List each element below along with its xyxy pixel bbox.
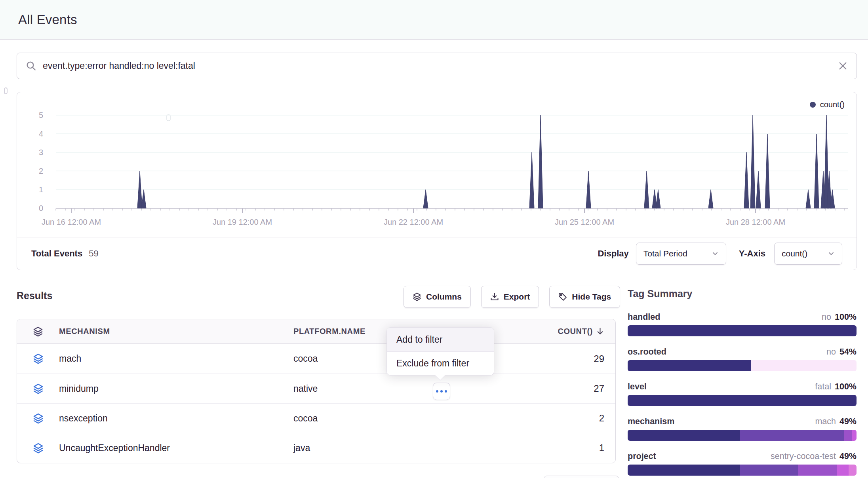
legend-dot-icon	[810, 102, 816, 108]
cell-mechanism[interactable]: mach	[59, 353, 293, 364]
tag-summary-row: handled no100%	[628, 312, 857, 336]
tag-bar-segment	[751, 360, 857, 371]
search-input[interactable]: event.type:error handled:no level:fatal	[17, 53, 857, 79]
sidebar-collapse-handle[interactable]	[4, 87, 8, 94]
total-events-label: Total Events	[31, 248, 82, 259]
column-header-mechanism[interactable]: MECHANISM	[59, 327, 293, 336]
tag-distribution-bar	[628, 430, 857, 441]
cell-action-menu: Add to filter Exclude from filter	[386, 327, 494, 376]
count-spike	[529, 152, 534, 208]
chart-legend[interactable]: count()	[810, 100, 845, 109]
cell-mechanism[interactable]: minidump	[59, 383, 293, 394]
tag-top-value: fatal	[815, 382, 831, 391]
chevron-down-icon	[712, 250, 719, 257]
yaxis-select-value: count()	[782, 249, 807, 258]
clear-search-icon[interactable]	[838, 61, 848, 71]
total-events-value: 59	[89, 248, 98, 259]
x-axis-tick-label: Jun 22 12:00 AM	[384, 218, 443, 226]
sort-desc-arrow-icon	[596, 327, 604, 336]
tag-bar-segment	[798, 465, 837, 476]
search-query-text[interactable]: event.type:error handled:no level:fatal	[43, 61, 832, 71]
table-row[interactable]: minidump native 27	[17, 374, 615, 403]
discover-all-events-page: All Events event.type:error handled:no l…	[0, 0, 868, 478]
tag-distribution-bar	[628, 325, 857, 336]
tag-top-percent: 49%	[839, 417, 857, 426]
table-header-row: MECHANISM PLATFORM.NAME COUNT()	[17, 319, 615, 344]
tag-summary-row: mechanism mach49%	[628, 416, 857, 441]
tag-bar-segment	[852, 430, 857, 441]
tag-top-percent: 49%	[839, 451, 857, 461]
columns-button[interactable]: Columns	[404, 286, 471, 308]
results-actions: Columns Export Hide Tags	[404, 286, 620, 308]
cell-mechanism[interactable]: nsexception	[59, 413, 293, 424]
table-row[interactable]: mach cocoa 29	[17, 344, 615, 374]
count-spike	[806, 190, 811, 208]
cell-mechanism[interactable]: UncaughtExceptionHandler	[59, 443, 293, 453]
results-heading: Results	[17, 290, 52, 302]
ellipsis-icon	[436, 390, 438, 393]
stack-events-icon[interactable]	[17, 443, 59, 453]
tag-name[interactable]: level	[628, 381, 647, 392]
tag-distribution-bar	[628, 395, 857, 406]
yaxis-select[interactable]: count()	[774, 243, 842, 265]
tag-bar-segment	[849, 465, 857, 476]
cell-count[interactable]: 2	[497, 413, 615, 424]
tag-bar-segment	[844, 430, 852, 441]
cell-platform[interactable]: cocoa	[293, 413, 497, 424]
tag-summary-heading: Tag Summary	[628, 287, 857, 300]
tag-name[interactable]: os.rooted	[628, 347, 666, 357]
x-axis-tick-label: Jun 28 12:00 AM	[726, 218, 785, 226]
tag-name[interactable]: project	[628, 451, 656, 461]
tag-bar-segment	[628, 325, 857, 336]
tag-top-percent: 100%	[835, 312, 857, 322]
tag-name[interactable]: mechanism	[628, 416, 674, 427]
cell-platform[interactable]: java	[293, 443, 497, 453]
columns-button-label: Columns	[426, 292, 462, 302]
tag-icon	[558, 292, 567, 301]
tag-bar-segment	[837, 465, 849, 476]
tag-bar-segment	[628, 430, 740, 441]
export-button[interactable]: Export	[481, 286, 539, 308]
column-header-count[interactable]: COUNT()	[497, 327, 615, 336]
cell-platform[interactable]: native	[293, 383, 497, 394]
count-header-label: COUNT()	[558, 327, 593, 336]
events-spike-chart: 012345Jun 16 12:00 AMJun 19 12:00 AMJun …	[17, 92, 857, 237]
tag-top-value: no	[822, 312, 831, 322]
export-button-label: Export	[504, 292, 530, 302]
tag-top-percent: 54%	[839, 347, 857, 357]
count-spike	[750, 115, 755, 208]
tag-distribution-bar	[628, 360, 857, 371]
tag-name[interactable]: handled	[628, 312, 660, 322]
hide-tags-button[interactable]: Hide Tags	[549, 286, 620, 308]
tag-bar-segment	[628, 465, 740, 476]
events-chart-panel: count() 012345Jun 16 12:00 AMJun 19 12:0…	[17, 92, 857, 270]
stack-events-icon[interactable]	[17, 413, 59, 424]
pagination-buttons[interactable]	[544, 476, 619, 478]
cell-actions-button[interactable]	[433, 383, 450, 400]
tag-summary-row: level fatal100%	[628, 381, 857, 406]
edit-columns-icon[interactable]	[17, 326, 59, 337]
tag-top-value: no	[826, 347, 836, 357]
cell-count[interactable]: 29	[497, 353, 615, 364]
count-spike	[708, 190, 713, 208]
tag-bar-segment	[740, 465, 798, 476]
count-spike	[538, 115, 543, 208]
y-axis-tick-label: 5	[39, 111, 43, 120]
count-spike	[423, 190, 428, 208]
cell-count[interactable]: 1	[497, 442, 615, 453]
stack-events-icon[interactable]	[17, 353, 59, 364]
tag-top-percent: 100%	[835, 382, 857, 391]
tag-distribution-bar	[628, 465, 857, 476]
table-row[interactable]: nsexception cocoa 2	[17, 403, 615, 433]
table-row[interactable]: UncaughtExceptionHandler java 1	[17, 433, 615, 463]
hide-tags-button-label: Hide Tags	[572, 292, 611, 302]
page-title: All Events	[18, 12, 77, 27]
menu-item[interactable]: Add to filter	[387, 328, 494, 351]
cell-count[interactable]: 27	[497, 383, 615, 394]
display-select[interactable]: Total Period	[636, 243, 726, 265]
count-spike	[141, 190, 146, 208]
chart-artifact-pill	[167, 115, 170, 121]
stack-events-icon[interactable]	[17, 383, 59, 394]
tag-summary-row: os.rooted no54%	[628, 347, 857, 371]
y-axis-tick-label: 1	[39, 185, 43, 194]
